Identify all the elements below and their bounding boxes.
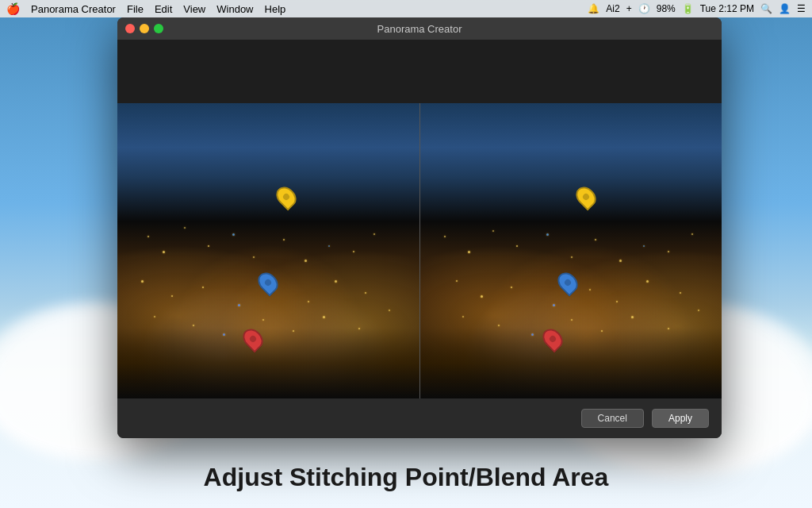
menubar-file[interactable]: File: [127, 3, 144, 15]
menubar-help[interactable]: Help: [265, 3, 286, 15]
title-bar: Panorama Creator: [117, 17, 722, 40]
close-button[interactable]: [125, 24, 135, 33]
app-window: Panorama Creator: [117, 17, 722, 438]
caption-text: Adjust Stitching Point/Blend Area: [204, 463, 609, 492]
top-toolbar-area: [117, 40, 722, 103]
menubar-time-machine-icon[interactable]: 🕐: [638, 3, 650, 14]
bottom-toolbar: Cancel Apply: [117, 398, 722, 438]
menubar-edit[interactable]: Edit: [155, 3, 172, 15]
menubar-app-name[interactable]: Panorama Creator: [31, 3, 116, 15]
left-image-panel[interactable]: [117, 103, 419, 398]
yellow-pin-right[interactable]: [577, 186, 595, 208]
minimize-button[interactable]: [140, 24, 149, 33]
window-title: Panorama Creator: [377, 23, 462, 35]
menubar-control-center-icon[interactable]: ☰: [797, 3, 806, 14]
cancel-button[interactable]: Cancel: [581, 409, 644, 428]
image-panels-container: [117, 103, 722, 398]
menubar-battery-pct: 98%: [657, 3, 676, 14]
apply-button[interactable]: Apply: [652, 409, 709, 428]
apple-menu-icon[interactable]: 🍎: [6, 2, 20, 15]
menubar-plus-icon[interactable]: +: [626, 3, 632, 14]
menubar-search-icon[interactable]: 🔍: [760, 3, 772, 14]
traffic-lights: [125, 24, 163, 33]
blue-pin-right[interactable]: [559, 271, 576, 294]
menubar-time: Tue 2:12 PM: [700, 3, 754, 14]
menubar-notification-icon[interactable]: 🔔: [588, 3, 599, 14]
left-city-image: [117, 103, 419, 398]
right-image-panel[interactable]: [419, 103, 722, 398]
menubar-view[interactable]: View: [183, 3, 205, 15]
yellow-pin-left[interactable]: [278, 186, 295, 208]
maximize-button[interactable]: [154, 24, 163, 33]
left-light-dots: [117, 103, 419, 398]
red-pin-left[interactable]: [244, 328, 262, 350]
menubar-window[interactable]: Window: [216, 3, 253, 15]
blue-pin-left[interactable]: [259, 271, 277, 294]
menubar-user-icon[interactable]: 👤: [779, 3, 791, 14]
menubar: 🍎 Panorama Creator File Edit View Window…: [0, 0, 812, 17]
right-city-image: [420, 103, 722, 398]
right-light-dots: [420, 103, 722, 398]
menubar-battery-icon: 🔋: [682, 3, 694, 14]
menubar-adobe-icon: Ai2: [606, 3, 619, 14]
red-pin-right[interactable]: [544, 328, 561, 350]
